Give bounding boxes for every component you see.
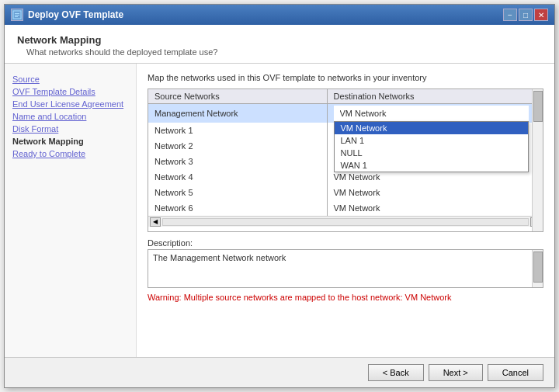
dropdown-option[interactable]: NULL [335, 147, 529, 159]
svg-rect-2 [15, 15, 19, 16]
header-title: Network Mapping [17, 34, 542, 46]
source-network-cell: Network 3 [148, 154, 327, 169]
header-subtitle: What networks should the deployed templa… [17, 47, 542, 57]
dropdown-option[interactable]: WAN 1 [335, 159, 529, 172]
dropdown-option[interactable]: VM Network [335, 122, 529, 134]
footer: < Back Next > Cancel [5, 357, 554, 387]
scroll-left-button[interactable]: ◀ [150, 217, 161, 227]
table-scrollbar[interactable] [532, 89, 543, 231]
description-text: The Management Network network [153, 253, 286, 262]
desc-scrollbar[interactable] [532, 250, 543, 287]
description-label: Description: [148, 238, 543, 248]
title-bar-buttons: − □ ✕ [503, 9, 548, 21]
table-row[interactable]: Network 6VM Network [148, 200, 543, 216]
back-button[interactable]: < Back [368, 364, 424, 381]
col-source: Source Networks [148, 89, 327, 104]
sidebar: SourceOVF Template DetailsEnd User Licen… [5, 64, 137, 357]
cancel-button[interactable]: Cancel [488, 364, 543, 381]
warning-text: Warning: Multiple source networks are ma… [148, 293, 543, 302]
dest-network-cell[interactable]: VM Network [327, 200, 543, 216]
minimize-button[interactable]: − [503, 9, 517, 21]
table-scrollbar-thumb [533, 91, 543, 122]
dest-network-cell[interactable]: VM Network [327, 185, 543, 200]
window-icon [11, 9, 23, 21]
next-button[interactable]: Next > [429, 364, 483, 381]
main-window: Deploy OVF Template − □ ✕ Network Mappin… [4, 4, 555, 388]
svg-rect-3 [15, 16, 18, 17]
network-table-container: Source Networks Destination Networks Man… [148, 88, 543, 232]
main-panel: Map the networks used in this OVF templa… [137, 64, 554, 357]
close-button[interactable]: ✕ [534, 9, 548, 21]
sidebar-item-ovf-template-details[interactable]: OVF Template Details [12, 85, 128, 98]
col-dest: Destination Networks [327, 89, 543, 104]
source-network-cell: Network 5 [148, 185, 327, 200]
table-row[interactable]: Management NetworkVM NetworkLAN 1NULLWAN… [148, 104, 543, 123]
scroll-track [162, 218, 529, 226]
dropdown-input[interactable] [334, 106, 529, 121]
desc-scrollbar-thumb [533, 252, 543, 283]
source-network-cell: Network 6 [148, 200, 327, 216]
dropdown-option[interactable]: LAN 1 [335, 134, 529, 147]
description-box: The Management Network network [148, 249, 543, 288]
title-bar: Deploy OVF Template − □ ✕ [5, 5, 554, 25]
header-section: Network Mapping What networks should the… [5, 25, 554, 64]
source-network-cell: Network 1 [148, 123, 327, 138]
dropdown-list: VM NetworkLAN 1NULLWAN 1 [334, 121, 529, 172]
title-bar-left: Deploy OVF Template [11, 9, 123, 21]
svg-rect-1 [15, 13, 19, 14]
source-network-cell: Network 4 [148, 169, 327, 185]
table-row[interactable]: Network 5VM Network [148, 185, 543, 200]
sidebar-item-name-and-location[interactable]: Name and Location [12, 110, 128, 123]
sidebar-item-source[interactable]: Source [12, 73, 128, 85]
source-network-cell: Network 2 [148, 138, 327, 154]
description-section: Description: The Management Network netw… [148, 238, 543, 288]
content-area: SourceOVF Template DetailsEnd User Licen… [5, 64, 554, 357]
maximize-button[interactable]: □ [519, 9, 533, 21]
sidebar-item-end-user-license-agreement[interactable]: End User License Agreement [12, 98, 128, 110]
horizontal-scrollbar[interactable]: ◀ ▶ [148, 216, 543, 227]
window-title: Deploy OVF Template [28, 9, 123, 20]
source-network-cell: Management Network [148, 104, 327, 123]
dropdown-container: VM NetworkLAN 1NULLWAN 1 [334, 106, 529, 121]
dest-network-cell[interactable]: VM NetworkLAN 1NULLWAN 1 [327, 104, 543, 123]
sidebar-item-disk-format[interactable]: Disk Format [12, 123, 128, 135]
map-label: Map the networks used in this OVF templa… [148, 73, 543, 82]
sidebar-item-ready-to-complete[interactable]: Ready to Complete [12, 147, 128, 160]
network-table: Source Networks Destination Networks Man… [148, 89, 543, 216]
sidebar-item-network-mapping: Network Mapping [12, 135, 128, 147]
